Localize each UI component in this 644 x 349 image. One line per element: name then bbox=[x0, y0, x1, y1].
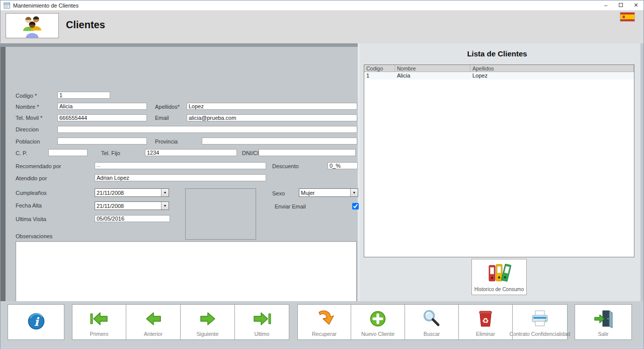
eliminar-label: Eliminar bbox=[476, 331, 495, 337]
cell-apellidos: Lopez bbox=[470, 72, 634, 80]
contrato-confidencialidad-button[interactable]: Contrato Confidencialidad bbox=[513, 304, 568, 340]
enviar-email-label: Enviar Email bbox=[275, 203, 306, 210]
info-button[interactable]: i bbox=[8, 304, 64, 340]
anterior-button[interactable]: Anterior bbox=[126, 304, 181, 340]
contrato-label: Contrato Confidencialidad bbox=[510, 331, 571, 337]
close-icon: ✕ bbox=[633, 2, 638, 8]
plus-icon bbox=[368, 309, 388, 329]
fecha-alta-dropdown[interactable]: 21/11/2008 ▼ bbox=[95, 201, 169, 210]
minimize-button[interactable]: – bbox=[598, 1, 613, 11]
historico-label: Historico de Consumo bbox=[474, 287, 524, 292]
people-icon bbox=[17, 14, 48, 38]
descuento-input[interactable] bbox=[328, 162, 358, 169]
email-input[interactable] bbox=[187, 114, 357, 121]
column-header-codigo[interactable]: Codigo bbox=[364, 65, 395, 72]
client-table[interactable]: Codigo Nombre Apellidos 1 Alicia Lopez bbox=[364, 64, 634, 257]
chevron-down-icon[interactable]: ▼ bbox=[350, 189, 358, 196]
codigo-input[interactable] bbox=[57, 92, 110, 99]
siguiente-label: Siguiente bbox=[197, 331, 219, 337]
ultimo-label: Ultimo bbox=[255, 331, 270, 337]
tel-fijo-label: Tel. Fijo bbox=[101, 150, 120, 156]
undo-arrow-icon bbox=[314, 309, 335, 329]
primero-label: Primero bbox=[90, 331, 109, 337]
ultima-visita-label: Ultima Visita bbox=[16, 216, 46, 222]
enviar-email-checkbox[interactable] bbox=[352, 203, 359, 210]
column-header-apellidos[interactable]: Apellidos bbox=[470, 65, 634, 72]
anterior-label: Anterior bbox=[144, 331, 163, 337]
tel-movil-input[interactable] bbox=[57, 114, 147, 121]
chevron-down-icon[interactable]: ▼ bbox=[161, 189, 169, 196]
main-area: Codigo * Nombre * Apellidos* Tel. Movil … bbox=[1, 43, 643, 301]
nuevo-cliente-button[interactable]: Nuevo Cliente bbox=[351, 304, 405, 340]
tel-fijo-input[interactable] bbox=[145, 149, 237, 156]
binders-icon bbox=[487, 261, 512, 283]
cumpleanos-dropdown[interactable]: 21/11/2008 ▼ bbox=[95, 188, 169, 197]
svg-text:♻: ♻ bbox=[482, 316, 489, 325]
client-list-title: Lista de Clientes bbox=[360, 49, 634, 58]
page-title: Clientes bbox=[66, 19, 105, 31]
poblacion-label: Poblacion bbox=[16, 138, 40, 145]
atendido-input[interactable] bbox=[95, 174, 266, 181]
bottom-toolbar: i Primero Anterior bbox=[1, 301, 643, 347]
table-row[interactable]: 1 Alicia Lopez bbox=[364, 72, 634, 80]
trash-recycle-icon: ♻ bbox=[475, 309, 496, 329]
siguiente-button[interactable]: Siguiente bbox=[181, 304, 235, 340]
panel-left-strip bbox=[1, 47, 6, 301]
maximize-button[interactable] bbox=[613, 1, 628, 11]
tel-movil-label: Tel. Movil * bbox=[16, 115, 42, 121]
cp-input[interactable] bbox=[48, 149, 88, 156]
recuperar-button[interactable]: Recuperar bbox=[297, 304, 351, 340]
nuevo-cliente-label: Nuevo Cliente bbox=[361, 331, 394, 337]
title-bar[interactable]: Mantenimiento de Clientes – ✕ bbox=[1, 1, 643, 11]
table-header: Codigo Nombre Apellidos bbox=[364, 65, 634, 72]
fecha-alta-label: Fecha Alta bbox=[16, 202, 42, 208]
salir-button[interactable]: Salir bbox=[575, 304, 632, 340]
recuperar-label: Recuperar bbox=[312, 331, 337, 337]
recomendado-input[interactable] bbox=[95, 162, 266, 169]
arrow-left-icon bbox=[143, 309, 164, 329]
arrow-last-icon bbox=[252, 309, 272, 329]
recomendado-label: Recomendado por bbox=[16, 163, 61, 169]
primero-button[interactable]: Primero bbox=[72, 304, 126, 340]
printer-icon bbox=[530, 309, 550, 329]
cell-nombre: Alicia bbox=[395, 72, 470, 80]
search-icon bbox=[422, 309, 442, 329]
sexo-label: Sexo bbox=[272, 190, 285, 196]
sexo-dropdown[interactable]: Mujer ▼ bbox=[299, 188, 358, 197]
column-header-nombre[interactable]: Nombre bbox=[395, 65, 470, 72]
cp-label: C. P. bbox=[16, 150, 27, 156]
ultima-visita-input[interactable] bbox=[95, 215, 170, 222]
close-button[interactable]: ✕ bbox=[628, 1, 643, 11]
app-icon bbox=[4, 2, 11, 11]
salir-label: Salir bbox=[598, 331, 608, 337]
apellidos-input[interactable] bbox=[187, 103, 357, 110]
direccion-input[interactable] bbox=[57, 126, 357, 133]
provincia-input[interactable] bbox=[202, 137, 357, 145]
cumpleanos-value: 21/11/2008 bbox=[97, 190, 124, 196]
spain-flag-icon[interactable] bbox=[620, 12, 635, 24]
cumpleanos-label: Cumpleaños bbox=[16, 190, 47, 196]
maximize-icon bbox=[619, 3, 623, 7]
window-title: Mantenimiento de Clientes bbox=[13, 3, 78, 9]
app-window: Mantenimiento de Clientes – ✕ Clientes bbox=[0, 0, 644, 349]
info-icon: i bbox=[26, 311, 46, 331]
exit-door-icon bbox=[593, 309, 614, 329]
provincia-label: Provincia bbox=[155, 138, 178, 145]
nombre-input[interactable] bbox=[57, 103, 147, 110]
dni-input[interactable] bbox=[259, 149, 356, 156]
arrow-right-icon bbox=[198, 309, 218, 329]
descuento-label: Descuento bbox=[272, 163, 299, 169]
photo-placeholder bbox=[185, 188, 256, 240]
direccion-label: Direccion bbox=[16, 126, 39, 132]
poblacion-input[interactable] bbox=[57, 137, 147, 145]
sexo-value: Mujer bbox=[301, 190, 315, 196]
buscar-label: Buscar bbox=[424, 331, 440, 337]
observaciones-label: Observaciones bbox=[16, 233, 52, 239]
cell-codigo: 1 bbox=[364, 72, 395, 80]
buscar-button[interactable]: Buscar bbox=[405, 304, 459, 340]
historico-de-consumo-button[interactable]: Historico de Consumo bbox=[471, 259, 527, 295]
eliminar-button[interactable]: ♻ Eliminar bbox=[459, 304, 513, 340]
ultimo-button[interactable]: Ultimo bbox=[235, 304, 289, 340]
email-label: Email bbox=[155, 115, 169, 121]
chevron-down-icon[interactable]: ▼ bbox=[161, 202, 169, 210]
